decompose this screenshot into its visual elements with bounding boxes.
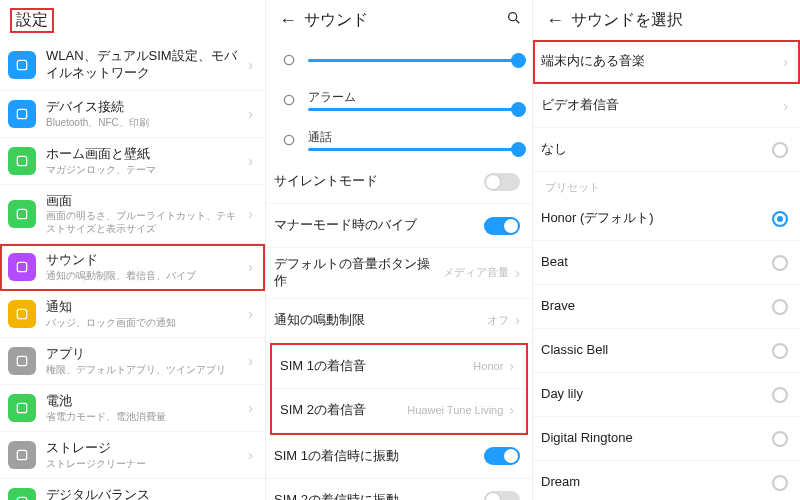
svg-rect-2	[17, 156, 26, 165]
svg-point-14	[284, 135, 293, 144]
preset-label: Honor (デフォルト)	[541, 210, 772, 227]
chevron-right-icon: ›	[248, 306, 253, 322]
chevron-right-icon: ›	[509, 358, 514, 374]
radio[interactable]	[772, 431, 788, 447]
search-icon[interactable]	[506, 10, 522, 30]
sound-row-7[interactable]: SIM 2の着信時に振動	[266, 479, 532, 500]
preset-1[interactable]: Beat	[533, 241, 800, 285]
row-label: SIM 2の着信時に振動	[274, 492, 484, 500]
item-label: 画面	[46, 193, 242, 210]
volume-slider-0[interactable]	[266, 40, 532, 80]
preset-3[interactable]: Classic Bell	[533, 329, 800, 373]
item-sub: バッジ、ロック画面での通知	[46, 316, 242, 329]
sound-options-list: サイレントモードマナーモード時のバイブデフォルトの音量ボタン操作メディア音量›通…	[266, 160, 532, 500]
sound-icon	[8, 253, 36, 281]
sound-row-4[interactable]: SIM 1の着信音Honor›	[272, 345, 526, 389]
preset-label: Classic Bell	[541, 342, 772, 359]
chevron-right-icon: ›	[248, 106, 253, 122]
svg-rect-3	[17, 209, 26, 218]
sound-row-0[interactable]: サイレントモード	[266, 160, 532, 204]
slider-track[interactable]	[308, 108, 518, 111]
row-label: SIM 1の着信時に振動	[274, 448, 484, 465]
sound-row-2[interactable]: デフォルトの音量ボタン操作メディア音量›	[266, 248, 532, 299]
settings-root-panel: 設定 WLAN、デュアルSIM設定、モバイルネットワーク›デバイス接続Bluet…	[0, 0, 266, 500]
settings-item-0[interactable]: WLAN、デュアルSIM設定、モバイルネットワーク›	[0, 40, 265, 91]
settings-item-5[interactable]: 通知バッジ、ロック画面での通知›	[0, 291, 265, 338]
preset-2[interactable]: Brave	[533, 285, 800, 329]
chevron-right-icon: ›	[248, 400, 253, 416]
preset-label: Brave	[541, 298, 772, 315]
slider-label: アラーム	[308, 89, 518, 106]
sound-row-1[interactable]: マナーモード時のバイブ	[266, 204, 532, 248]
row-label: デフォルトの音量ボタン操作	[274, 256, 437, 290]
sound-row-3[interactable]: 通知の鳴動制限オフ›	[266, 299, 532, 343]
preset-4[interactable]: Day lily	[533, 373, 800, 417]
svg-rect-8	[17, 450, 26, 459]
toggle[interactable]	[484, 447, 520, 465]
wifi-icon	[8, 51, 36, 79]
slider-track[interactable]	[308, 59, 518, 62]
item-label: デバイス接続	[46, 99, 242, 116]
item-text: ストレージストレージクリーナー	[46, 440, 242, 470]
item-label: アプリ	[46, 346, 242, 363]
slider-knob[interactable]	[511, 142, 526, 157]
toggle[interactable]	[484, 217, 520, 235]
slider-knob[interactable]	[511, 102, 526, 117]
item-text: WLAN、デュアルSIM設定、モバイルネットワーク	[46, 48, 242, 82]
back-button[interactable]: ←	[543, 10, 567, 31]
header: ← サウンドを選択	[533, 0, 800, 40]
back-button[interactable]: ←	[276, 10, 300, 31]
preset-6[interactable]: Dream	[533, 461, 800, 500]
settings-item-2[interactable]: ホーム画面と壁紙マガジンロック、テーマ›	[0, 138, 265, 185]
toggle[interactable]	[484, 491, 520, 500]
ringtone-preset-list: Honor (デフォルト)BeatBraveClassic BellDay li…	[533, 197, 800, 500]
battery-icon	[8, 394, 36, 422]
ringtone-source-1[interactable]: ビデオ着信音›	[533, 84, 800, 128]
radio[interactable]	[772, 299, 788, 315]
svg-rect-5	[17, 310, 26, 319]
settings-item-6[interactable]: アプリ権限、デフォルトアプリ、ツインアプリ›	[0, 338, 265, 385]
page-title: サウンドを選択	[571, 10, 683, 31]
item-label: デジタルバランス	[46, 487, 242, 500]
chevron-right-icon: ›	[783, 98, 788, 114]
preset-0[interactable]: Honor (デフォルト)	[533, 197, 800, 241]
settings-item-7[interactable]: 電池省電力モード、電池消費量›	[0, 385, 265, 432]
svg-rect-0	[17, 60, 26, 69]
sound-row-6[interactable]: SIM 1の着信時に振動	[266, 435, 532, 479]
radio[interactable]	[772, 475, 788, 491]
ringtone-source-0[interactable]: 端末内にある音楽›	[533, 40, 800, 84]
preset-label: Digital Ringtone	[541, 430, 772, 447]
slider-track[interactable]	[308, 148, 518, 151]
ringtone-source-2[interactable]: なし	[533, 128, 800, 172]
radio[interactable]	[772, 211, 788, 227]
storage-icon	[8, 441, 36, 469]
settings-item-3[interactable]: 画面画面の明るさ、ブルーライトカット、テキストサイズと表示サイズ›	[0, 185, 265, 245]
settings-item-8[interactable]: ストレージストレージクリーナー›	[0, 432, 265, 479]
settings-item-1[interactable]: デバイス接続Bluetooth、NFC、印刷›	[0, 91, 265, 138]
chevron-right-icon: ›	[783, 54, 788, 70]
item-text: 通知バッジ、ロック画面での通知	[46, 299, 242, 329]
settings-item-4[interactable]: サウンド通知の鳴動制限、着信音、バイブ›	[0, 244, 265, 291]
toggle[interactable]	[484, 173, 520, 191]
slider-knob[interactable]	[511, 53, 526, 68]
item-text: デジタルバランススクリーンタイム管理	[46, 487, 242, 500]
radio[interactable]	[772, 255, 788, 271]
settings-item-9[interactable]: デジタルバランススクリーンタイム管理›	[0, 479, 265, 500]
radio[interactable]	[772, 142, 788, 158]
volume-slider-2[interactable]: 通話	[266, 120, 532, 160]
preset-5[interactable]: Digital Ringtone	[533, 417, 800, 461]
chevron-right-icon: ›	[515, 265, 520, 281]
ringtone-select-panel: ← サウンドを選択 端末内にある音楽›ビデオ着信音›なし プリセット Honor…	[533, 0, 800, 500]
volume-slider-1[interactable]: アラーム	[266, 80, 532, 120]
bell-icon	[276, 46, 302, 74]
radio[interactable]	[772, 387, 788, 403]
display-icon	[8, 200, 36, 228]
sound-row-5[interactable]: SIM 2の着信音Huawei Tune Living›	[272, 389, 526, 433]
page-title: サウンド	[304, 10, 368, 31]
row-label: 端末内にある音楽	[541, 53, 777, 70]
row-value: Huawei Tune Living	[407, 404, 503, 416]
volume-sliders: アラーム通話	[266, 40, 532, 160]
chevron-right-icon: ›	[248, 57, 253, 73]
svg-point-10	[509, 13, 517, 21]
radio[interactable]	[772, 343, 788, 359]
